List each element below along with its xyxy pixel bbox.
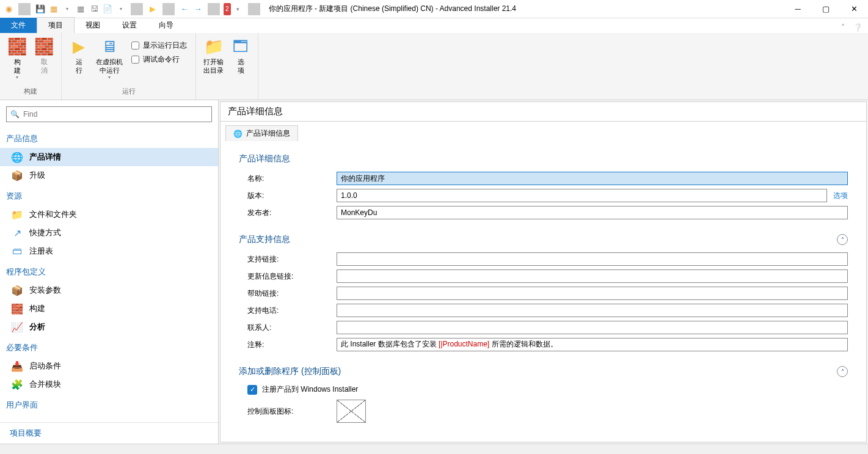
tab-settings[interactable]: 设置 xyxy=(111,18,148,33)
nav-item-registry[interactable]: 🗃 注册表 xyxy=(0,242,218,260)
checkmark-icon: ✓ xyxy=(247,385,257,395)
box-up-icon: 📦 xyxy=(11,169,23,181)
content-panel: 产品详细信息 🌐 产品详细信息 产品详细信息 名称: 版本: 选项 发布者: xyxy=(219,100,868,444)
qa-icon-2[interactable]: ▦ xyxy=(75,3,87,15)
brick-x-icon: 🧱 xyxy=(34,37,54,56)
app-icon: ◉ xyxy=(2,3,15,15)
ribbon-group-run-label: 运行 xyxy=(67,87,191,97)
run-icon[interactable]: ▶ xyxy=(147,3,159,15)
ribbon: 🧱 构 建 ▾ 🧱 取 消 构建 ▶ 运 行 🖥 在虚拟机 中运行 ▾ 显示运行… xyxy=(0,33,868,100)
main-area: 🔍 产品信息 🌐 产品详情 📦 升级 资源 📁 文件和文件夹 ↗ xyxy=(0,100,868,444)
quick-access-toolbar: ◉ 💾 ▦ ▾ ▦ 🖫 📄 ▾ ▶ ← → 2 ▾ xyxy=(0,3,265,15)
nav-item-upgrade[interactable]: 📦 升级 xyxy=(0,166,218,185)
qa-icon-3[interactable]: 🖫 xyxy=(88,3,100,15)
qa-dropdown-icon[interactable]: ▾ xyxy=(61,3,73,15)
registry-icon: 🗃 xyxy=(11,245,23,257)
debug-cmd-checkbox[interactable]: 调试命令行 xyxy=(131,54,187,65)
label-help-link: 帮助链接: xyxy=(239,288,337,299)
content-tab-details[interactable]: 🌐 产品详细信息 xyxy=(225,125,298,141)
qa-icon-4[interactable]: 📄 xyxy=(101,3,114,15)
globe-icon: 🌐 xyxy=(11,151,23,163)
box-down-icon: 📥 xyxy=(11,360,23,372)
nav-item-shortcuts[interactable]: ↗ 快捷方式 xyxy=(0,224,218,242)
notification-badge[interactable]: 2 xyxy=(224,3,231,15)
nav-item-launch-cond[interactable]: 📥 启动条件 xyxy=(0,357,218,375)
label-update-link: 更新信息链接: xyxy=(239,271,337,282)
maximize-button[interactable]: ▢ xyxy=(812,0,840,18)
input-phone[interactable] xyxy=(337,304,848,317)
chart-icon: 📈 xyxy=(11,321,23,333)
tab-file[interactable]: 文件 xyxy=(0,18,37,33)
ribbon-collapse-icon[interactable]: ˄ xyxy=(837,22,848,33)
nav-back-icon[interactable]: ← xyxy=(178,3,191,15)
globe-icon: 🌐 xyxy=(233,130,243,138)
label-cp-icon: 控制面板图标: xyxy=(239,406,337,417)
brick-icon: 🧱 xyxy=(7,37,27,56)
nav-section-prereq: 必要条件 xyxy=(0,339,218,357)
nav-project-summary[interactable]: 项目概要 xyxy=(0,423,218,444)
run-vm-button[interactable]: 🖥 在虚拟机 中运行 ▾ xyxy=(93,35,125,81)
nav-item-install-params[interactable]: 📦 安装参数 xyxy=(0,281,218,299)
status-bar xyxy=(0,444,868,454)
link-version-options[interactable]: 选项 xyxy=(833,191,848,201)
input-support-link[interactable] xyxy=(337,252,848,266)
modules-icon: 🧩 xyxy=(11,378,23,390)
nav-section-pkgdef: 程序包定义 xyxy=(0,263,218,281)
qa-overflow-icon[interactable]: ▾ xyxy=(232,3,244,15)
label-contact: 联系人: xyxy=(239,323,337,333)
nav-item-merge-modules[interactable]: 🧩 合并模块 xyxy=(0,375,218,394)
collapse-arp-icon[interactable]: ˄ xyxy=(837,366,848,377)
ribbon-group-build-label: 构建 xyxy=(5,87,56,97)
build-icon[interactable]: ▦ xyxy=(48,3,60,15)
minimize-button[interactable]: ─ xyxy=(784,0,812,18)
input-name[interactable] xyxy=(337,172,848,185)
monitor-icon: 🖥 xyxy=(100,37,119,56)
label-support-link: 支持链接: xyxy=(239,254,337,265)
nav-item-files[interactable]: 📁 文件和文件夹 xyxy=(0,205,218,224)
label-comment: 注释: xyxy=(239,340,337,350)
section-product-details: 产品详细信息 xyxy=(239,153,848,164)
label-phone: 支持电话: xyxy=(239,306,337,316)
control-panel-icon-picker[interactable] xyxy=(337,400,366,423)
build-button[interactable]: 🧱 构 建 ▾ xyxy=(5,35,29,81)
close-button[interactable]: ✕ xyxy=(840,0,868,18)
nav-section-ui: 用户界面 xyxy=(0,396,218,414)
nav-fwd-icon[interactable]: → xyxy=(192,3,204,15)
input-version[interactable] xyxy=(337,189,827,202)
run-button[interactable]: ▶ 运 行 xyxy=(67,35,91,76)
help-icon[interactable]: ❔ xyxy=(852,22,863,33)
tab-wizard[interactable]: 向导 xyxy=(148,18,184,33)
input-publisher[interactable] xyxy=(337,206,848,219)
collapse-support-icon[interactable]: ˄ xyxy=(837,234,848,245)
input-update-link[interactable] xyxy=(337,269,848,283)
input-help-link[interactable] xyxy=(337,287,848,300)
content-title: 产品详细信息 xyxy=(220,101,867,122)
folder-icon: 📁 xyxy=(11,208,23,221)
checkbox-register-windows-installer[interactable]: ✓ 注册产品到 Windows Installer xyxy=(239,384,848,395)
nav-item-analyze[interactable]: 📈 分析 xyxy=(0,318,218,336)
nav-item-build[interactable]: 🧱 构建 xyxy=(0,299,218,318)
title-bar: ◉ 💾 ▦ ▾ ▦ 🖫 📄 ▾ ▶ ← → 2 ▾ 你的应用程序 - 新建项目 … xyxy=(0,0,868,18)
play-icon: ▶ xyxy=(69,37,89,56)
nav-item-product-details[interactable]: 🌐 产品详情 xyxy=(0,148,218,166)
options-button[interactable]: 🗔 选 项 xyxy=(228,35,253,76)
input-contact[interactable] xyxy=(337,321,848,334)
open-output-button[interactable]: 📁 打开输 出目录 xyxy=(201,35,226,76)
section-arp: 添加或删除程序 (控制面板) ˄ xyxy=(239,366,848,377)
qa-dropdown-icon-2[interactable]: ▾ xyxy=(115,3,127,15)
label-publisher: 发布者: xyxy=(239,208,337,218)
tab-project[interactable]: 项目 xyxy=(37,17,75,33)
window-title: 你的应用程序 - 新建项目 (Chinese (Simplified) CN) … xyxy=(265,4,784,14)
nav-section-product: 产品信息 xyxy=(0,130,218,148)
cancel-build-button[interactable]: 🧱 取 消 xyxy=(32,35,56,76)
menu-tabs: 文件 项目 视图 设置 向导 ˄ ❔ xyxy=(0,18,868,33)
show-log-checkbox[interactable]: 显示运行日志 xyxy=(131,40,187,51)
search-input[interactable]: 🔍 xyxy=(6,106,212,122)
label-version: 版本: xyxy=(239,191,337,201)
left-nav-panel: 🔍 产品信息 🌐 产品详情 📦 升级 资源 📁 文件和文件夹 ↗ xyxy=(0,100,219,444)
nav-section-resources: 资源 xyxy=(0,187,218,205)
label-name: 名称: xyxy=(239,174,337,184)
input-comment[interactable]: 此 Installer 数据库包含了安装 [|ProductName] 所需的逻… xyxy=(337,338,848,351)
save-icon[interactable]: 💾 xyxy=(34,3,46,15)
tab-view[interactable]: 视图 xyxy=(75,18,111,33)
